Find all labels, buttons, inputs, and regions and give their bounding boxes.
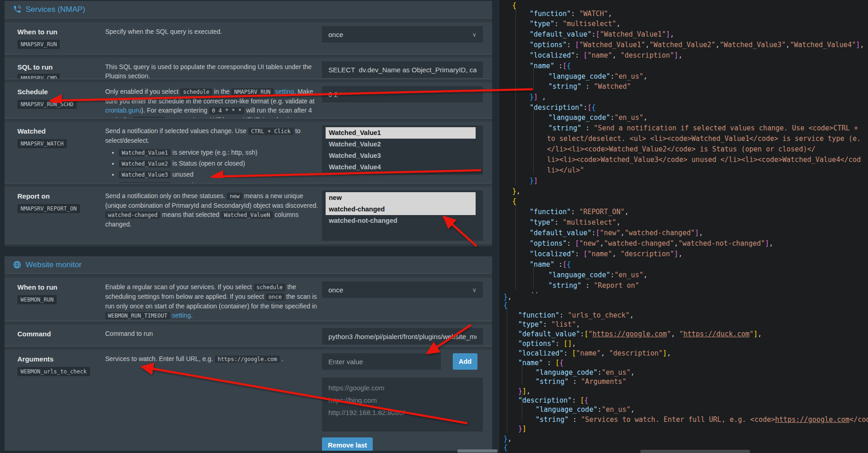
description-text: Only enabled if you select xyxy=(105,88,180,95)
setting-row-nmapsrv-report-on: Report on NMAPSRV_REPORT_ON Send a notif… xyxy=(5,187,492,243)
select-value: once xyxy=(328,286,343,294)
code-line: "default_value":["new","watched-changed"… xyxy=(530,228,703,237)
code-line: .. xyxy=(530,286,539,296)
inline-link[interactable]: you set above xyxy=(167,116,207,119)
remove-last-button[interactable]: Remove last xyxy=(322,437,373,451)
multiselect-option[interactable]: Watched_Value3 xyxy=(326,150,476,162)
setting-key-badge: WEBMON_urls_to_check xyxy=(17,367,90,376)
setting-row-nmapsrv-watch: Watched NMAPSRV_WATCH Send a notificatio… xyxy=(5,122,492,183)
setting-label: When to run xyxy=(17,283,105,291)
setting-description: Services to watch. Enter full URL, e.g. … xyxy=(105,353,320,451)
webmon-when-to-run-select[interactable]: once ∨ xyxy=(322,281,483,298)
code-line: "language_code":"en_us", xyxy=(536,368,635,377)
code-line: "options": [], xyxy=(518,339,576,348)
sql-to-run-input[interactable]: SELECT dv.dev_Name as Object_PrimaryID, … xyxy=(322,61,483,78)
code-line: "string" : "Watched" xyxy=(548,82,631,91)
url-list-item[interactable]: http://192.168.1.82:8086/ xyxy=(328,406,477,419)
code-line: "string" : "Arguments" xyxy=(536,377,627,386)
setting-label-col: SQL to run NMAPSRV_CMD xyxy=(17,61,105,79)
description-text: This SQL query is used to populate the c… xyxy=(105,63,312,79)
description-text: Send a notification if selected values c… xyxy=(105,126,320,145)
enter-value-input[interactable]: Enter value xyxy=(322,353,441,370)
setting-label: Arguments xyxy=(17,355,105,363)
description-text: unused xyxy=(171,182,193,183)
code-line: li><li><code>Watched_Value3</code> unuse… xyxy=(547,155,861,164)
setting-key-badge: NMAPSRV_RUN xyxy=(17,40,60,49)
setting-row-nmapsrv-run-schd: Schedule NMAPSRV_RUN_SCHD Only enabled i… xyxy=(5,82,492,119)
code-line: "options": ["Watched_Value1","Watched_Va… xyxy=(530,40,864,49)
inline-link[interactable]: setting xyxy=(172,312,191,319)
url-list-item[interactable]: https://google.com xyxy=(328,382,477,394)
code-line: { xyxy=(512,197,516,206)
bullet-list: Watched_Value1 is service type (e.g.: ht… xyxy=(105,148,320,183)
multiselect-option[interactable]: watched-not-changed xyxy=(326,215,476,226)
setting-label: Watched xyxy=(17,127,105,135)
code-line: "name" : [{ xyxy=(518,358,563,367)
url-list-item[interactable]: https://bing.com xyxy=(328,394,477,406)
app-root: { "icons": { "chevron": "∨" }, "services… xyxy=(0,0,868,453)
code-line: "localized": ["name", "description"], xyxy=(518,349,671,358)
left-horizontal-scrollbar-thumb[interactable] xyxy=(457,449,498,453)
multiselect-option[interactable]: watched-changed xyxy=(326,204,476,215)
setting-label-col: Report on NMAPSRV_REPORT_ON xyxy=(17,190,105,243)
inline-code: Watched_Value3 xyxy=(119,171,171,178)
code-line: "type": "multiselect", xyxy=(530,218,621,227)
webmon-card-body: When to run WEBMON_RUN Enable a regular … xyxy=(5,274,492,451)
multiselect-option[interactable]: Watched_Value1 xyxy=(326,127,476,139)
multiselect-option[interactable]: Watched_Value2 xyxy=(326,139,476,150)
description-text: Send a notification if selected values c… xyxy=(105,127,248,135)
when-to-run-select[interactable]: once ∨ xyxy=(322,26,483,43)
setting-label: SQL to run xyxy=(17,63,105,71)
setting-label: Schedule xyxy=(17,88,105,96)
inline-code: Watched_Value2 xyxy=(119,160,171,167)
input-placeholder: Enter value xyxy=(328,358,363,366)
description-text: Command to run xyxy=(105,330,153,337)
bullet-item: Watched_Value4 unused xyxy=(119,181,320,183)
description-text: Enable a regular scan of your services. … xyxy=(105,283,254,291)
code-line: "function": "WATCH", xyxy=(530,9,612,18)
multiselect-option[interactable]: Watched_Value4 xyxy=(326,162,476,173)
setting-row-command: Command Command to run python3 /home/pi/… xyxy=(5,324,492,346)
bullet-item: Watched_Value2 is Status (open or closed… xyxy=(119,159,320,169)
inline-code: Watched_ValueN xyxy=(221,211,273,219)
inline-link[interactable]: setting xyxy=(275,88,294,95)
services-card-body: When to run NMAPSRV_RUN Specify when the… xyxy=(5,18,492,243)
inline-code: schedule xyxy=(180,88,212,96)
setting-control-col: python3 /home/pi/pialert/front/plugins/w… xyxy=(322,328,483,346)
setting-control-col: SELECT dv.dev_Name as Object_PrimaryID, … xyxy=(322,61,483,79)
inline-link[interactable]: crontab.guru xyxy=(105,107,141,114)
code-line: "language_code":"en_us", xyxy=(548,270,648,280)
code-line: }, xyxy=(504,292,512,302)
description-text: Services to watch. Enter full URL, e.g. xyxy=(105,355,215,362)
services-nmap-card: Services (NMAP) When to run NMAPSRV_RUN … xyxy=(5,1,492,246)
setting-description: Send a notification if selected values c… xyxy=(105,125,320,183)
indent-guide xyxy=(515,203,516,290)
code-line: "type": "multiselect", xyxy=(530,19,621,28)
setting-label-col: Watched NMAPSRV_WATCH xyxy=(17,125,105,183)
report-on-multiselect[interactable]: newwatched-changedwatched-not-changed xyxy=(322,190,483,241)
indent-guide xyxy=(533,110,534,174)
code-line: }] xyxy=(518,424,526,433)
multiselect-option[interactable]: new xyxy=(326,192,476,204)
inline-code: Watched_Value1 xyxy=(119,149,171,156)
code-line: }], xyxy=(518,387,530,396)
inline-code: CTRL + Click xyxy=(248,128,294,135)
editor-horizontal-scrollbar-thumb[interactable] xyxy=(640,450,750,453)
command-input[interactable]: python3 /home/pi/pialert/front/plugins/w… xyxy=(322,328,483,345)
setting-description: Send a notification only on these status… xyxy=(105,190,320,243)
chevron-down-icon: ∨ xyxy=(472,286,477,293)
setting-key-badge: NMAPSRV_RUN_SCHD xyxy=(17,100,77,109)
setting-label: Command xyxy=(17,330,105,338)
setting-description: Command to run xyxy=(105,328,320,346)
description-text: in the xyxy=(212,88,231,95)
setting-label: Report on xyxy=(17,192,105,200)
inline-code: watched-changed xyxy=(105,211,160,219)
url-listbox[interactable]: https://google.comhttps://bing.comhttp:/… xyxy=(322,378,483,431)
add-button[interactable]: Add xyxy=(453,353,477,370)
code-line: }, xyxy=(512,187,520,196)
setting-key-badge: NMAPSRV_CMD xyxy=(17,74,60,79)
schedule-input[interactable]: 0 2 * * * xyxy=(322,86,483,102)
code-line: "string" : "Report on" xyxy=(548,281,639,290)
code-line: "language_code":"en_us", xyxy=(548,113,648,122)
watched-multiselect[interactable]: Watched_Value1Watched_Value2Watched_Valu… xyxy=(322,125,483,175)
